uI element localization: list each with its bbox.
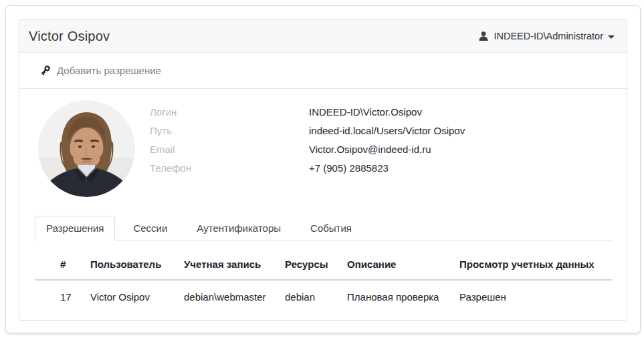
field-value: indeed-id.local/Users/Victor Osipov: [309, 122, 465, 140]
field-label: Путь: [150, 122, 309, 140]
tab-permissions[interactable]: Разрешения: [35, 216, 115, 241]
profile-field-path: Путь indeed-id.local/Users/Victor Osipov: [150, 122, 465, 140]
cell-number: 17: [35, 280, 90, 315]
table-header-row: # Пользователь Учетная запись Ресурсы Оп…: [35, 248, 612, 280]
page-title: Victor Osipov: [29, 29, 110, 44]
admin-user-label: INDEED-ID\Administrator: [494, 31, 603, 41]
card-header: Victor Osipov INDEED-ID\Administrator: [19, 20, 627, 53]
profile-field-email: Email Victor.Osipov@indeed-id.ru: [150, 140, 465, 159]
cell-user: Victor Osipov: [90, 280, 184, 315]
table-row[interactable]: 17 Victor Osipov debian\webmaster debian…: [35, 280, 612, 315]
add-permission-label: Добавить разрешение: [57, 65, 161, 76]
tab-sessions[interactable]: Сессии: [122, 216, 179, 241]
add-permission-button[interactable]: Добавить разрешение: [39, 65, 161, 76]
field-value: +7 (905) 2885823: [309, 159, 389, 178]
tab-events[interactable]: События: [299, 216, 363, 241]
cell-account: debian\webmaster: [184, 280, 285, 315]
admin-user-menu[interactable]: INDEED-ID\Administrator: [478, 31, 615, 41]
cell-resources: debian: [285, 280, 347, 315]
avatar: [38, 100, 135, 197]
field-value: Victor.Osipov@indeed-id.ru: [309, 140, 431, 159]
tab-bar: Разрешения Сессии Аутентификаторы Событи…: [35, 215, 612, 241]
profile-section: Логин INDEED-ID\Victor.Osipov Путь indee…: [19, 89, 627, 215]
permissions-table: # Пользователь Учетная запись Ресурсы Оп…: [35, 248, 612, 315]
profile-fields: Логин INDEED-ID\Victor.Osipov Путь indee…: [150, 103, 465, 178]
field-label: Email: [150, 140, 309, 159]
column-header-user: Пользователь: [90, 248, 184, 280]
key-icon: [39, 65, 57, 76]
column-header-resources: Ресурсы: [285, 248, 347, 280]
profile-field-phone: Телефон +7 (905) 2885823: [150, 159, 465, 178]
cell-description: Плановая проверка: [347, 280, 459, 315]
profile-field-login: Логин INDEED-ID\Victor.Osipov: [150, 103, 465, 122]
user-icon: [478, 31, 494, 41]
caret-down-icon: [608, 35, 615, 39]
column-header-credentials-view: Просмотр учетных данных: [459, 248, 612, 280]
column-header-description: Описание: [347, 248, 459, 280]
user-profile-card: Victor Osipov INDEED-ID\Administrator: [19, 19, 627, 321]
toolbar: Добавить разрешение: [19, 53, 627, 89]
tab-authenticators[interactable]: Аутентификаторы: [185, 216, 292, 241]
column-header-account: Учетная запись: [184, 248, 285, 280]
column-header-number: #: [35, 248, 90, 280]
field-label: Логин: [150, 103, 309, 122]
field-value: INDEED-ID\Victor.Osipov: [309, 103, 422, 122]
cell-credentials-view: Разрешен: [459, 280, 612, 315]
field-label: Телефон: [150, 159, 309, 178]
outer-panel: Victor Osipov INDEED-ID\Administrator: [5, 5, 641, 333]
